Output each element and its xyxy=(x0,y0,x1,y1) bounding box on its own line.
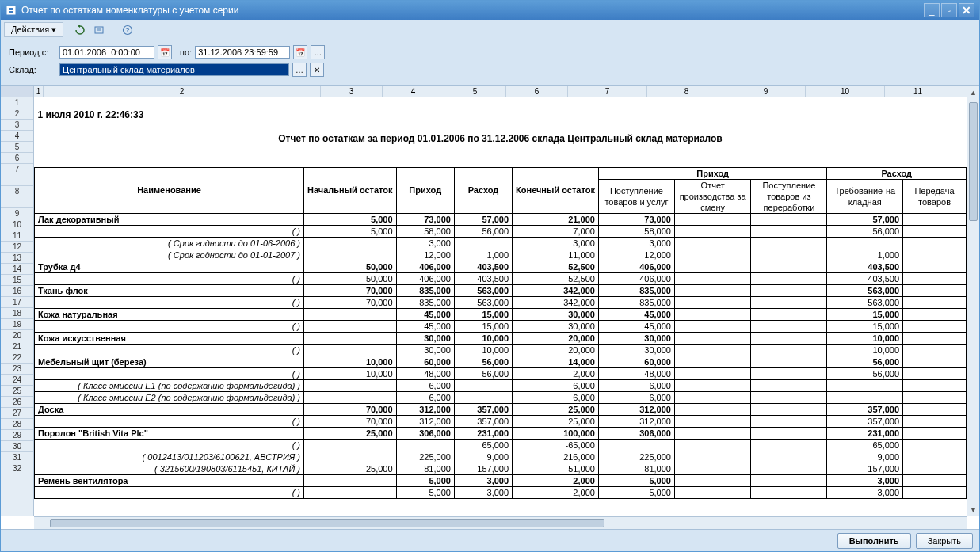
row-number[interactable]: 3 xyxy=(1,120,33,131)
row-number[interactable]: 22 xyxy=(1,352,33,364)
maximize-button[interactable]: ▫ xyxy=(941,3,957,17)
col-header-2[interactable]: 2 xyxy=(44,86,321,97)
row-number[interactable]: 23 xyxy=(1,364,33,375)
table-row[interactable]: ( )50,000406,000403,50052,500406,000403,… xyxy=(35,272,967,284)
row-number[interactable]: 7 xyxy=(1,164,33,186)
cell-out2 xyxy=(903,391,967,403)
sheet-body[interactable]: 1234567891011 1 июля 2010 г. 22:46:33Отч… xyxy=(34,86,967,516)
row-number[interactable]: 15 xyxy=(1,275,33,286)
table-row[interactable]: ( )5,00058,00056,0007,00058,00056,000 xyxy=(35,225,967,237)
col-header-9[interactable]: 9 xyxy=(726,86,806,97)
table-row[interactable]: Ремень вентилятора5,0003,0002,0005,0003,… xyxy=(35,474,967,486)
row-number[interactable]: 12 xyxy=(1,242,33,253)
cell-out1: 10,000 xyxy=(827,332,903,344)
table-row[interactable]: Поролон "British Vita Plc"25,000306,0002… xyxy=(35,427,967,439)
row-number[interactable]: 21 xyxy=(1,341,33,352)
sklad-clear-button[interactable]: ✕ xyxy=(310,63,324,77)
execute-button[interactable]: Выполнить xyxy=(837,533,911,549)
col-header-5[interactable]: 5 xyxy=(444,86,506,97)
sklad-input[interactable] xyxy=(59,63,289,76)
col-header-3[interactable]: 3 xyxy=(321,86,383,97)
table-row[interactable]: ( )30,00010,00020,00030,00010,000 xyxy=(35,344,967,356)
row-number[interactable]: 1 xyxy=(1,97,33,108)
table-row[interactable]: Трубка д450,000406,000403,50052,500406,0… xyxy=(35,261,967,272)
row-number[interactable]: 25 xyxy=(1,386,33,397)
toolbar-settings-icon[interactable] xyxy=(90,21,108,39)
row-number[interactable]: 20 xyxy=(1,330,33,341)
scroll-up-icon[interactable]: ▲ xyxy=(967,86,979,99)
col-header-4[interactable]: 4 xyxy=(383,86,444,97)
table-row[interactable]: ( Класс эмиссии Е1 (по содержанию формал… xyxy=(35,379,967,391)
row-number[interactable]: 10 xyxy=(1,219,33,230)
table-row[interactable]: ( 3215600/190803/6115451, КИТАЙ )25,0008… xyxy=(35,463,967,474)
row-number[interactable]: 30 xyxy=(1,441,33,452)
col-header-1[interactable]: 1 xyxy=(34,86,44,97)
table-row[interactable]: ( Срок годности до 01-06-2006 )3,0003,00… xyxy=(35,237,967,249)
toolbar-refresh-icon[interactable] xyxy=(71,21,89,39)
row-number[interactable]: 16 xyxy=(1,286,33,297)
table-row[interactable]: ( )5,0003,0002,0005,0003,000 xyxy=(35,486,967,498)
period-to-input[interactable] xyxy=(195,46,290,59)
scroll-down-icon[interactable]: ▼ xyxy=(967,504,979,516)
svg-rect-2 xyxy=(9,11,13,13)
sklad-select-button[interactable]: … xyxy=(292,63,307,77)
row-number[interactable]: 17 xyxy=(1,297,33,308)
table-row[interactable]: Ткань флок70,000835,000563,000342,000835… xyxy=(35,284,967,296)
scroll-thumb-v[interactable] xyxy=(969,102,978,221)
period-from-calendar-icon[interactable]: 📅 xyxy=(158,45,172,59)
table-row[interactable]: ( )70,000835,000563,000342,000835,000563… xyxy=(35,296,967,308)
cell-name: Доска xyxy=(35,403,304,415)
row-number[interactable]: 6 xyxy=(1,153,33,164)
table-row[interactable]: Кожа натуральная45,00015,00030,00045,000… xyxy=(35,308,967,320)
col-header-6[interactable]: 6 xyxy=(506,86,568,97)
row-number[interactable]: 24 xyxy=(1,375,33,386)
row-number[interactable]: 31 xyxy=(1,452,33,463)
row-number[interactable]: 14 xyxy=(1,264,33,275)
row-number[interactable]: 9 xyxy=(1,208,33,219)
row-number[interactable]: 27 xyxy=(1,408,33,419)
row-number[interactable]: 29 xyxy=(1,430,33,441)
row-number[interactable]: 26 xyxy=(1,397,33,408)
row-number[interactable]: 8 xyxy=(1,186,33,208)
table-row[interactable]: ( )65,000-65,00065,000 xyxy=(35,439,967,451)
row-number[interactable]: 18 xyxy=(1,308,33,319)
table-row[interactable]: Мебельный щит (береза)10,00060,00056,000… xyxy=(35,356,967,367)
table-row[interactable]: Доска70,000312,000357,00025,000312,00035… xyxy=(35,403,967,415)
table-row[interactable]: ( )70,000312,000357,00025,000312,000357,… xyxy=(35,415,967,427)
table-row[interactable]: ( )45,00015,00030,00045,00015,000 xyxy=(35,320,967,332)
cell-out1: 56,000 xyxy=(827,225,903,237)
actions-menu[interactable]: Действия ▾ xyxy=(4,22,63,37)
row-number[interactable]: 13 xyxy=(1,253,33,264)
col-header-7[interactable]: 7 xyxy=(568,86,647,97)
table-row[interactable]: ( 0012413/011203/6100621, АВСТРИЯ )225,0… xyxy=(35,451,967,463)
row-number[interactable]: 32 xyxy=(1,463,33,474)
horizontal-scrollbar[interactable] xyxy=(34,516,967,529)
row-number[interactable]: 11 xyxy=(1,230,33,242)
row-number[interactable]: 19 xyxy=(1,319,33,330)
vertical-scrollbar[interactable]: ▲ ▼ xyxy=(967,86,979,516)
table-row[interactable]: ( Класс эмиссии Е2 (по содержанию формал… xyxy=(35,391,967,403)
row-number[interactable]: 28 xyxy=(1,419,33,430)
period-to-calendar-icon[interactable]: 📅 xyxy=(293,45,307,59)
cell-out2 xyxy=(903,272,967,284)
cell-end: 342,000 xyxy=(513,296,599,308)
close-form-button[interactable]: Закрыть xyxy=(916,533,973,549)
table-row[interactable]: ( Срок годности до 01-01-2007 )12,0001,0… xyxy=(35,249,967,261)
period-from-input[interactable] xyxy=(59,46,154,59)
table-row[interactable]: Кожа искусственная30,00010,00020,00030,0… xyxy=(35,332,967,344)
row-number[interactable]: 4 xyxy=(1,131,33,142)
row-number[interactable]: 2 xyxy=(1,108,33,120)
toolbar-help-icon[interactable]: ? xyxy=(119,21,136,39)
cell-end: 21,000 xyxy=(513,213,599,225)
period-range-button[interactable]: … xyxy=(311,45,325,59)
minimize-button[interactable]: _ xyxy=(924,3,940,17)
col-header-11[interactable]: 11 xyxy=(885,86,951,97)
col-header-8[interactable]: 8 xyxy=(647,86,726,97)
table-row[interactable]: ( )10,00048,00056,0002,00048,00056,000 xyxy=(35,367,967,379)
row-number[interactable]: 5 xyxy=(1,142,33,153)
cell-in3 xyxy=(751,474,827,486)
col-header-10[interactable]: 10 xyxy=(806,86,885,97)
scroll-thumb-h[interactable] xyxy=(50,519,604,527)
table-row[interactable]: Лак декоративный5,00073,00057,00021,0007… xyxy=(35,213,967,225)
close-button[interactable]: ✕ xyxy=(959,3,974,17)
